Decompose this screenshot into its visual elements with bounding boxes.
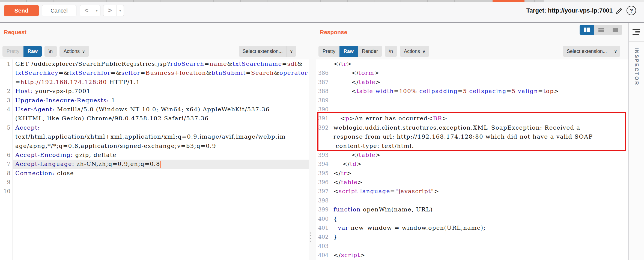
code-text: </tr> [331,169,629,178]
code-row: content-type: text/html. [316,142,629,151]
code-text [331,196,629,205]
code-text: User-Agent: Mozilla/5.0 (Windows NT 10.0… [13,105,309,114]
code-text: <script language="javascript"> [331,187,629,196]
cancel-button[interactable]: Cancel [42,5,76,16]
columns-view-button[interactable] [580,25,594,35]
code-row: =http://192.168.174.128:80 HTTP/1.1 [0,78,309,87]
code-row: 9 [0,178,309,187]
line-number: 387 [316,78,331,87]
code-row: </tr> [316,59,629,68]
code-row: (KHTML, like Gecko) Chrome/98.0.4758.102… [0,114,309,123]
code-text: Accept: [13,123,309,132]
response-view-tabs: PrettyRawRender\nActions∨ [318,46,429,57]
code-text: </td> [331,160,629,169]
inspector-collapse-icon[interactable] [633,29,640,35]
code-row: 392weblogic.uddi.client.structures.excep… [316,123,629,132]
line-number: 8 [0,169,13,178]
code-row: age/apng,*/*;q=0.8,application/signed-ex… [0,142,309,151]
code-text: =http://192.168.174.128:80 HTTP/1.1 [13,78,309,87]
code-text: var new_window = window.open(URL,name); [331,223,629,232]
rows-view-icon [598,28,604,32]
code-text: { [331,214,629,223]
code-text [13,178,309,187]
line-number: 396 [316,178,331,187]
edit-target-icon[interactable] [615,7,623,15]
single-view-icon [613,28,618,32]
code-row: 400{ [316,214,629,223]
response-extension-dropdown[interactable]: Select extension... ∨ [563,46,620,57]
request-extension-label: Select extension... [239,49,287,54]
line-number: 392 [316,123,331,132]
tab-actions[interactable]: Actions∨ [59,46,89,57]
code-row: 389 [316,96,629,105]
line-number: 7 [0,160,13,169]
code-row: 396</table> [316,178,629,187]
repeater-toolbar: Send Cancel < ▼ > ▼ Target: http://your-… [0,2,644,22]
help-icon[interactable]: ? [627,6,636,15]
code-text: <table width=100% cellpadding=5 cellspac… [331,87,629,96]
line-number [0,78,13,87]
line-number: 9 [0,178,13,187]
code-text: </script> [331,251,629,260]
tab-pretty[interactable]: Pretty [318,46,339,57]
tab-raw[interactable]: Raw [23,46,42,57]
send-button[interactable]: Send [4,5,39,16]
target-url-label: Target: http://your-vps-ip:7001 [526,2,613,19]
error-highlight-box: 391 <p>An error has occurred<BR>392weblo… [316,114,629,151]
active-tab-underline [493,0,524,2]
line-number: 398 [316,196,331,205]
forward-arrow-icon[interactable]: > [103,5,117,16]
tab-render[interactable]: Render [358,46,382,57]
line-number [0,114,13,123]
line-number: 395 [316,169,331,178]
forward-history-button[interactable]: > ▼ [103,5,124,16]
code-text: Upgrade-Insecure-Requests: 1 [13,96,309,105]
code-row: 403 [316,242,629,251]
line-number [316,59,331,68]
panel-splitter[interactable] [309,46,316,260]
tab-actions[interactable]: Actions∨ [400,46,429,57]
inspector-label[interactable]: INSPECTOR [634,47,639,86]
response-panel: Response PrettyRawRender\nActions∨ Selec… [316,23,629,260]
back-dropdown-icon[interactable]: ▼ [93,5,100,16]
pane-layout-switcher [580,25,622,35]
code-text: } [331,232,629,241]
request-panel-title: Request [4,29,26,35]
line-number: 5 [0,123,13,132]
code-row: 1GET /uddiexplorer/SearchPublicRegistrie… [0,59,309,68]
code-text: age/apng,*/*;q=0.8,application/signed-ex… [13,142,309,151]
tab-n[interactable]: \n [385,46,397,57]
line-number [0,142,13,151]
tab-n[interactable]: \n [44,46,57,57]
rows-view-button[interactable] [594,25,608,35]
code-row: txtSearchkey=&txtSearchfor=&selfor=Busin… [0,68,309,77]
code-text: </table> [331,151,629,160]
single-view-button[interactable] [608,25,622,35]
code-text: </form> [331,68,629,77]
code-row: 7Accept-Language: zh-CN,zh;q=0.9,en;q=0.… [0,160,309,169]
tab-raw[interactable]: Raw [339,46,358,57]
code-row: 397<script language="javascript"> [316,187,629,196]
code-row: 8Connection: close [0,169,309,178]
code-text: (KHTML, like Gecko) Chrome/98.0.4758.102… [13,114,309,123]
text-cursor [160,161,161,168]
code-text: </tr> [331,59,629,68]
editor-area: Request PrettyRaw\nActions∨ Select exten… [0,23,628,260]
code-row: 3Upgrade-Insecure-Requests: 1 [0,96,309,105]
forward-dropdown-icon[interactable]: ▼ [117,5,124,16]
line-number [0,132,13,141]
code-text [331,242,629,251]
request-editor[interactable]: 1GET /uddiexplorer/SearchPublicRegistrie… [0,59,309,260]
code-row: 399function openWin(name, URL) [316,205,629,214]
line-number: 386 [316,68,331,77]
back-history-button[interactable]: < ▼ [80,5,100,16]
code-row: text/html,application/xhtml+xml,applicat… [0,132,309,141]
line-number [0,68,13,77]
request-extension-dropdown[interactable]: Select extension... ∨ [239,46,296,57]
response-editor[interactable]: </tr>386 </form>387 </table>388 <table w… [316,59,629,260]
splitter-grip-icon[interactable] [310,232,311,242]
code-row: 4User-Agent: Mozilla/5.0 (Windows NT 10.… [0,105,309,114]
line-number: 399 [316,205,331,214]
back-arrow-icon[interactable]: < [80,5,93,16]
code-row: 395</tr> [316,169,629,178]
